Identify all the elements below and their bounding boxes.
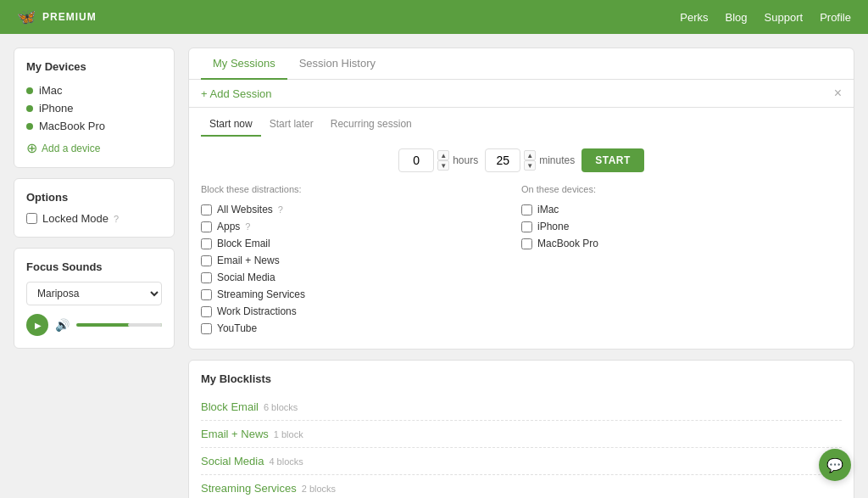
blocklist-name-email-news: Email + News xyxy=(201,428,269,440)
label-device-macbookpro: MacBook Pro xyxy=(537,238,598,249)
checkbox-apps[interactable] xyxy=(201,221,212,232)
play-button[interactable]: ▶ xyxy=(26,314,48,336)
blocklist-count-block-email: 6 blocks xyxy=(264,402,298,412)
nav-profile[interactable]: Profile xyxy=(820,11,851,24)
blocklist-name-block-email: Block Email xyxy=(201,400,259,413)
left-panel: My Devices iMac iPhone MacBook Pro ⊕ Add… xyxy=(14,48,175,498)
play-icon: ▶ xyxy=(35,321,42,330)
hours-input[interactable] xyxy=(398,148,434,172)
distraction-email-news: Email + News xyxy=(201,252,521,269)
tab-recurring[interactable]: Recurring session xyxy=(322,115,420,137)
distractions-col: Block these distractions: All Websites ?… xyxy=(201,184,521,337)
device-name-imac: iMac xyxy=(39,84,62,97)
tab-my-sessions[interactable]: My Sessions xyxy=(201,48,287,80)
tab-start-later[interactable]: Start later xyxy=(261,115,322,137)
blocklist-name-streaming: Streaming Services xyxy=(201,482,297,495)
distraction-apps: Apps ? xyxy=(201,218,521,235)
hours-up-button[interactable]: ▲ xyxy=(437,150,449,160)
add-session-bar: + Add Session × xyxy=(189,80,854,108)
locked-mode-help-icon[interactable]: ? xyxy=(114,214,119,224)
tab-start-now[interactable]: Start now xyxy=(201,115,261,137)
nav-blog[interactable]: Blog xyxy=(726,11,748,24)
locked-mode-label: Locked Mode xyxy=(42,212,108,225)
minutes-input-group: ▲ ▼ minutes xyxy=(485,148,575,172)
nav-support[interactable]: Support xyxy=(765,11,804,24)
label-work: Work Distractions xyxy=(217,305,297,317)
time-row: ▲ ▼ hours ▲ ▼ minutes START xyxy=(201,148,842,172)
focus-sounds-title: Focus Sounds xyxy=(26,260,162,273)
device-macbookpro: MacBook Pro xyxy=(26,117,162,135)
checkbox-device-macbookpro[interactable] xyxy=(521,238,532,249)
devices-col: On these devices: iMac iPhone MacBook Pr… xyxy=(521,184,842,337)
label-block-email: Block Email xyxy=(217,238,270,249)
blocklist-item-email-news[interactable]: Email + News1 block xyxy=(201,421,842,448)
checkbox-work[interactable] xyxy=(201,306,212,317)
blocklist-count-email-news: 1 block xyxy=(274,429,303,439)
volume-bar[interactable] xyxy=(76,323,162,327)
blocklists-title: My Blocklists xyxy=(201,372,842,385)
minutes-down-button[interactable]: ▼ xyxy=(524,160,536,171)
all-websites-help-icon[interactable]: ? xyxy=(278,204,283,215)
sessions-tabs: My Sessions Session History xyxy=(189,48,854,80)
start-button[interactable]: START xyxy=(581,148,644,172)
checkbox-youtube[interactable] xyxy=(201,323,212,334)
options-card: Options Locked Mode ? xyxy=(14,178,175,238)
devices-title: My Devices xyxy=(26,60,162,73)
label-all-websites: All Websites xyxy=(217,204,273,215)
checkbox-device-imac[interactable] xyxy=(521,204,532,215)
distraction-work: Work Distractions xyxy=(201,303,521,320)
nav-perks[interactable]: Perks xyxy=(680,11,708,24)
label-streaming: Streaming Services xyxy=(217,288,305,300)
locked-mode-checkbox[interactable] xyxy=(26,213,37,224)
device-dot-iphone xyxy=(26,105,33,112)
device-dot-macbookpro xyxy=(26,123,33,130)
close-session-button[interactable]: × xyxy=(834,87,842,100)
distraction-block-email: Block Email xyxy=(201,235,521,252)
add-session-link[interactable]: + Add Session xyxy=(201,87,271,100)
blocklist-item-social-media[interactable]: Social Media4 blocks xyxy=(201,448,842,475)
sessions-card: My Sessions Session History + Add Sessio… xyxy=(188,48,854,350)
minutes-up-button[interactable]: ▲ xyxy=(524,150,536,160)
session-type-tabs: Start now Start later Recurring session xyxy=(189,108,854,137)
checkbox-streaming[interactable] xyxy=(201,289,212,300)
volume-icon: 🔊 xyxy=(55,318,70,332)
sound-select[interactable]: Mariposa xyxy=(26,282,162,305)
apps-help-icon[interactable]: ? xyxy=(245,221,250,232)
blocklist-count-streaming: 2 blocks xyxy=(302,484,336,494)
chat-icon: 💬 xyxy=(826,457,843,473)
tab-session-history[interactable]: Session History xyxy=(287,48,387,80)
checkbox-block-email[interactable] xyxy=(201,238,212,249)
device-option-iphone: iPhone xyxy=(521,218,842,235)
add-device-label: Add a device xyxy=(42,143,100,154)
chat-bubble-button[interactable]: 💬 xyxy=(819,449,851,481)
minutes-input[interactable] xyxy=(485,148,520,172)
right-panel: My Sessions Session History + Add Sessio… xyxy=(188,48,854,498)
blocklist-item-block-email[interactable]: Block Email6 blocks xyxy=(201,394,842,421)
add-device-button[interactable]: ⊕ Add a device xyxy=(26,142,162,155)
distraction-all-websites: All Websites ? xyxy=(201,201,521,218)
session-config: ▲ ▼ hours ▲ ▼ minutes START xyxy=(189,137,854,349)
device-name-iphone: iPhone xyxy=(39,102,73,115)
blocklists-card: My Blocklists Block Email6 blocks Email … xyxy=(188,360,854,498)
volume-bar-bg xyxy=(128,323,162,327)
device-imac: iMac xyxy=(26,81,162,99)
label-email-news: Email + News xyxy=(217,255,280,266)
distraction-youtube: YouTube xyxy=(201,320,521,337)
blocklist-item-streaming[interactable]: Streaming Services2 blocks xyxy=(201,475,842,498)
checkbox-email-news[interactable] xyxy=(201,255,212,266)
hours-label: hours xyxy=(453,154,478,166)
logo-icon: 🦋 xyxy=(17,8,36,26)
checkbox-device-iphone[interactable] xyxy=(521,221,532,232)
label-apps: Apps xyxy=(217,221,240,232)
premium-label: PREMIUM xyxy=(42,11,97,23)
hours-spinner: ▲ ▼ xyxy=(437,150,449,171)
blocklist-name-social-media: Social Media xyxy=(201,455,264,467)
checkbox-all-websites[interactable] xyxy=(201,204,212,215)
distraction-streaming: Streaming Services xyxy=(201,286,521,303)
label-device-imac: iMac xyxy=(537,204,559,215)
devices-col-title: On these devices: xyxy=(521,184,842,194)
checkbox-social-media[interactable] xyxy=(201,272,212,283)
header-nav: Perks Blog Support Profile xyxy=(680,11,851,24)
hours-down-button[interactable]: ▼ xyxy=(437,160,449,171)
options-title: Options xyxy=(26,191,162,204)
